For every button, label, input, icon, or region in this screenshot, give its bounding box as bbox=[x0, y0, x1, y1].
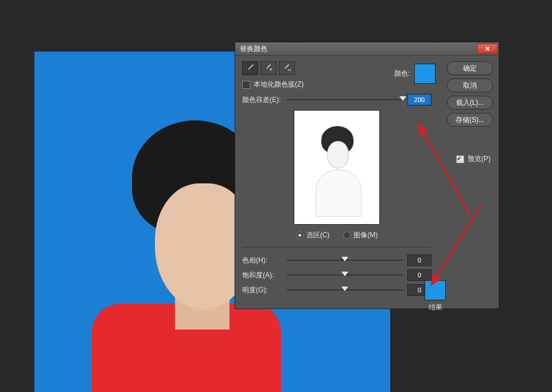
slider-thumb-icon bbox=[341, 272, 348, 276]
checkbox-box-icon bbox=[242, 81, 250, 89]
preview-checkbox-label: 预览(P) bbox=[468, 154, 491, 164]
close-button[interactable]: ✕ bbox=[477, 44, 497, 54]
hue-slider[interactable] bbox=[287, 260, 403, 261]
eyedropper-add-icon bbox=[264, 63, 273, 74]
source-color-swatch[interactable] bbox=[414, 64, 436, 84]
eyedropper-tool-group bbox=[242, 61, 295, 75]
lightness-slider[interactable] bbox=[287, 289, 403, 291]
preview-checkbox[interactable]: 预览(P) bbox=[456, 154, 491, 164]
dialog-title: 替换颜色 bbox=[240, 44, 477, 54]
preview-mode-image-radio[interactable]: 图像(M) bbox=[343, 230, 378, 240]
section-divider bbox=[242, 247, 432, 248]
save-button[interactable]: 存储(S)... bbox=[447, 113, 493, 127]
eyedropper-add-tool[interactable] bbox=[261, 61, 277, 75]
preview-mode-selection-label: 选区(C) bbox=[306, 230, 330, 240]
cancel-button[interactable]: 取消 bbox=[447, 79, 493, 92]
preview-mode-selection-radio[interactable]: 选区(C) bbox=[296, 230, 330, 240]
eyedropper-tool[interactable] bbox=[242, 61, 258, 75]
eyedropper-subtract-tool[interactable] bbox=[279, 61, 295, 75]
hue-label: 色相(H): bbox=[242, 256, 282, 265]
load-button[interactable]: 载入(L)... bbox=[447, 96, 493, 109]
ok-button[interactable]: 确定 bbox=[447, 61, 493, 75]
source-color-label: 颜色: bbox=[394, 69, 410, 79]
slider-thumb-icon bbox=[341, 287, 348, 291]
slider-thumb-icon bbox=[399, 96, 406, 101]
lightness-label: 明度(G): bbox=[242, 285, 282, 295]
hue-value-field[interactable]: 0 bbox=[407, 254, 432, 266]
fuzziness-value-field[interactable]: 200 bbox=[407, 94, 432, 105]
replace-color-dialog: 替换颜色 ✕ bbox=[235, 42, 499, 309]
fuzziness-slider[interactable] bbox=[287, 99, 403, 100]
fuzziness-label: 颜色容差(E): bbox=[242, 95, 282, 105]
result-color-label: 结果 bbox=[425, 303, 446, 312]
preview-mode-image-label: 图像(M) bbox=[353, 230, 378, 240]
localized-color-clusters-label: 本地化颜色簇(Z) bbox=[254, 80, 304, 89]
selection-preview bbox=[294, 110, 380, 225]
close-icon: ✕ bbox=[485, 45, 490, 53]
eyedropper-subtract-icon bbox=[282, 63, 291, 74]
slider-thumb-icon bbox=[341, 257, 348, 261]
svg-line-1 bbox=[432, 205, 482, 285]
radio-dot-icon bbox=[343, 232, 351, 239]
checkbox-box-icon bbox=[456, 155, 464, 163]
saturation-label: 饱和度(A): bbox=[242, 271, 282, 280]
saturation-slider[interactable] bbox=[287, 275, 403, 276]
result-color-swatch[interactable] bbox=[425, 280, 446, 300]
eyedropper-icon bbox=[246, 63, 255, 74]
dialog-titlebar[interactable]: 替换颜色 ✕ bbox=[235, 42, 499, 56]
saturation-value-field[interactable]: 0 bbox=[407, 269, 432, 281]
radio-dot-icon bbox=[296, 232, 304, 239]
